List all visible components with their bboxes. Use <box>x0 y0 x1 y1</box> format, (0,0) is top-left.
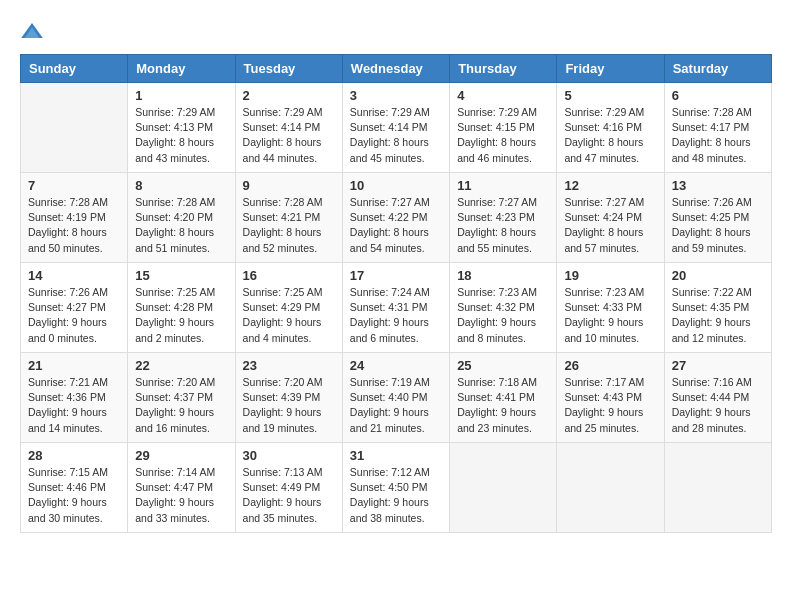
day-number: 13 <box>672 178 764 193</box>
day-info: Sunrise: 7:14 AM Sunset: 4:47 PM Dayligh… <box>135 465 227 526</box>
calendar-cell <box>21 83 128 173</box>
sunset-text: Sunset: 4:14 PM <box>243 120 335 135</box>
calendar-cell: 18 Sunrise: 7:23 AM Sunset: 4:32 PM Dayl… <box>450 263 557 353</box>
sunrise-text: Sunrise: 7:20 AM <box>243 375 335 390</box>
sunset-text: Sunset: 4:24 PM <box>564 210 656 225</box>
daylight-text: Daylight: 8 hours and 45 minutes. <box>350 135 442 165</box>
logo-icon <box>20 20 44 44</box>
sunset-text: Sunset: 4:37 PM <box>135 390 227 405</box>
day-info: Sunrise: 7:20 AM Sunset: 4:39 PM Dayligh… <box>243 375 335 436</box>
sunset-text: Sunset: 4:13 PM <box>135 120 227 135</box>
daylight-text: Daylight: 9 hours and 21 minutes. <box>350 405 442 435</box>
sunrise-text: Sunrise: 7:24 AM <box>350 285 442 300</box>
day-number: 30 <box>243 448 335 463</box>
daylight-text: Daylight: 9 hours and 8 minutes. <box>457 315 549 345</box>
day-number: 28 <box>28 448 120 463</box>
day-number: 2 <box>243 88 335 103</box>
sunrise-text: Sunrise: 7:18 AM <box>457 375 549 390</box>
calendar-week-row: 21 Sunrise: 7:21 AM Sunset: 4:36 PM Dayl… <box>21 353 772 443</box>
daylight-text: Daylight: 9 hours and 38 minutes. <box>350 495 442 525</box>
sunset-text: Sunset: 4:35 PM <box>672 300 764 315</box>
calendar-cell: 25 Sunrise: 7:18 AM Sunset: 4:41 PM Dayl… <box>450 353 557 443</box>
calendar-week-row: 7 Sunrise: 7:28 AM Sunset: 4:19 PM Dayli… <box>21 173 772 263</box>
calendar-cell: 28 Sunrise: 7:15 AM Sunset: 4:46 PM Dayl… <box>21 443 128 533</box>
calendar-table: SundayMondayTuesdayWednesdayThursdayFrid… <box>20 54 772 533</box>
day-info: Sunrise: 7:29 AM Sunset: 4:15 PM Dayligh… <box>457 105 549 166</box>
daylight-text: Daylight: 9 hours and 19 minutes. <box>243 405 335 435</box>
sunrise-text: Sunrise: 7:26 AM <box>672 195 764 210</box>
sunrise-text: Sunrise: 7:29 AM <box>564 105 656 120</box>
daylight-text: Daylight: 9 hours and 33 minutes. <box>135 495 227 525</box>
day-number: 21 <box>28 358 120 373</box>
calendar-cell <box>450 443 557 533</box>
daylight-text: Daylight: 9 hours and 12 minutes. <box>672 315 764 345</box>
daylight-text: Daylight: 8 hours and 50 minutes. <box>28 225 120 255</box>
sunrise-text: Sunrise: 7:29 AM <box>457 105 549 120</box>
sunset-text: Sunset: 4:17 PM <box>672 120 764 135</box>
day-info: Sunrise: 7:26 AM Sunset: 4:27 PM Dayligh… <box>28 285 120 346</box>
calendar-cell: 12 Sunrise: 7:27 AM Sunset: 4:24 PM Dayl… <box>557 173 664 263</box>
sunset-text: Sunset: 4:39 PM <box>243 390 335 405</box>
day-info: Sunrise: 7:26 AM Sunset: 4:25 PM Dayligh… <box>672 195 764 256</box>
calendar-cell: 4 Sunrise: 7:29 AM Sunset: 4:15 PM Dayli… <box>450 83 557 173</box>
sunrise-text: Sunrise: 7:12 AM <box>350 465 442 480</box>
day-number: 19 <box>564 268 656 283</box>
sunrise-text: Sunrise: 7:23 AM <box>457 285 549 300</box>
calendar-cell: 24 Sunrise: 7:19 AM Sunset: 4:40 PM Dayl… <box>342 353 449 443</box>
sunset-text: Sunset: 4:29 PM <box>243 300 335 315</box>
daylight-text: Daylight: 9 hours and 23 minutes. <box>457 405 549 435</box>
daylight-text: Daylight: 8 hours and 44 minutes. <box>243 135 335 165</box>
daylight-text: Daylight: 9 hours and 10 minutes. <box>564 315 656 345</box>
calendar-header-row: SundayMondayTuesdayWednesdayThursdayFrid… <box>21 55 772 83</box>
calendar-cell: 26 Sunrise: 7:17 AM Sunset: 4:43 PM Dayl… <box>557 353 664 443</box>
daylight-text: Daylight: 8 hours and 47 minutes. <box>564 135 656 165</box>
daylight-text: Daylight: 8 hours and 51 minutes. <box>135 225 227 255</box>
day-number: 7 <box>28 178 120 193</box>
daylight-text: Daylight: 8 hours and 59 minutes. <box>672 225 764 255</box>
sunset-text: Sunset: 4:20 PM <box>135 210 227 225</box>
calendar-cell: 11 Sunrise: 7:27 AM Sunset: 4:23 PM Dayl… <box>450 173 557 263</box>
sunset-text: Sunset: 4:33 PM <box>564 300 656 315</box>
calendar-cell: 21 Sunrise: 7:21 AM Sunset: 4:36 PM Dayl… <box>21 353 128 443</box>
day-info: Sunrise: 7:25 AM Sunset: 4:28 PM Dayligh… <box>135 285 227 346</box>
sunset-text: Sunset: 4:44 PM <box>672 390 764 405</box>
day-info: Sunrise: 7:16 AM Sunset: 4:44 PM Dayligh… <box>672 375 764 436</box>
sunrise-text: Sunrise: 7:15 AM <box>28 465 120 480</box>
col-header-wednesday: Wednesday <box>342 55 449 83</box>
sunset-text: Sunset: 4:49 PM <box>243 480 335 495</box>
daylight-text: Daylight: 8 hours and 57 minutes. <box>564 225 656 255</box>
daylight-text: Daylight: 8 hours and 55 minutes. <box>457 225 549 255</box>
col-header-saturday: Saturday <box>664 55 771 83</box>
calendar-cell: 6 Sunrise: 7:28 AM Sunset: 4:17 PM Dayli… <box>664 83 771 173</box>
sunset-text: Sunset: 4:31 PM <box>350 300 442 315</box>
logo <box>20 20 48 44</box>
col-header-monday: Monday <box>128 55 235 83</box>
sunrise-text: Sunrise: 7:25 AM <box>135 285 227 300</box>
sunset-text: Sunset: 4:41 PM <box>457 390 549 405</box>
day-info: Sunrise: 7:29 AM Sunset: 4:14 PM Dayligh… <box>350 105 442 166</box>
day-info: Sunrise: 7:27 AM Sunset: 4:22 PM Dayligh… <box>350 195 442 256</box>
day-number: 22 <box>135 358 227 373</box>
daylight-text: Daylight: 9 hours and 30 minutes. <box>28 495 120 525</box>
day-number: 15 <box>135 268 227 283</box>
day-info: Sunrise: 7:29 AM Sunset: 4:13 PM Dayligh… <box>135 105 227 166</box>
day-number: 26 <box>564 358 656 373</box>
day-number: 1 <box>135 88 227 103</box>
calendar-cell: 23 Sunrise: 7:20 AM Sunset: 4:39 PM Dayl… <box>235 353 342 443</box>
calendar-cell: 13 Sunrise: 7:26 AM Sunset: 4:25 PM Dayl… <box>664 173 771 263</box>
sunrise-text: Sunrise: 7:25 AM <box>243 285 335 300</box>
calendar-week-row: 14 Sunrise: 7:26 AM Sunset: 4:27 PM Dayl… <box>21 263 772 353</box>
sunrise-text: Sunrise: 7:19 AM <box>350 375 442 390</box>
sunrise-text: Sunrise: 7:28 AM <box>28 195 120 210</box>
sunset-text: Sunset: 4:21 PM <box>243 210 335 225</box>
calendar-cell: 16 Sunrise: 7:25 AM Sunset: 4:29 PM Dayl… <box>235 263 342 353</box>
daylight-text: Daylight: 8 hours and 52 minutes. <box>243 225 335 255</box>
daylight-text: Daylight: 8 hours and 48 minutes. <box>672 135 764 165</box>
sunrise-text: Sunrise: 7:28 AM <box>135 195 227 210</box>
sunrise-text: Sunrise: 7:28 AM <box>672 105 764 120</box>
sunrise-text: Sunrise: 7:27 AM <box>564 195 656 210</box>
calendar-cell: 22 Sunrise: 7:20 AM Sunset: 4:37 PM Dayl… <box>128 353 235 443</box>
daylight-text: Daylight: 9 hours and 2 minutes. <box>135 315 227 345</box>
calendar-cell: 29 Sunrise: 7:14 AM Sunset: 4:47 PM Dayl… <box>128 443 235 533</box>
day-number: 20 <box>672 268 764 283</box>
